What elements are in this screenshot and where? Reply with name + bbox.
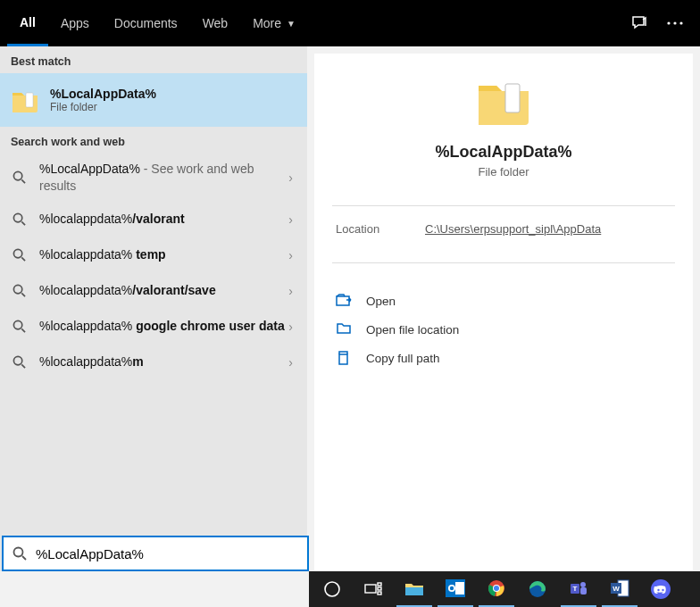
action-copy-path[interactable]: Copy full path — [336, 344, 671, 372]
taskbar-explorer[interactable] — [396, 571, 432, 607]
taskbar-discord[interactable] — [643, 571, 679, 607]
chevron-right-icon[interactable]: › — [285, 320, 296, 334]
action-open-location[interactable]: Open file location — [336, 315, 671, 344]
result-text: %localappdata% google chrome user data — [39, 318, 285, 335]
taskbar-teams[interactable]: T — [561, 571, 596, 607]
chevron-right-icon[interactable]: › — [285, 212, 296, 227]
preview-title: %LocalAppData% — [314, 143, 693, 162]
taskbar-word[interactable]: W — [602, 571, 638, 607]
search-icon — [11, 354, 27, 370]
folder-open-icon — [336, 322, 354, 337]
taskbar-cortana[interactable] — [314, 571, 350, 607]
result-text: %LocalAppData% - See work and web result… — [39, 161, 285, 195]
svg-point-7 — [13, 286, 21, 294]
copy-icon — [336, 351, 354, 365]
preview-subtitle: File folder — [314, 165, 693, 179]
svg-point-6 — [13, 250, 21, 258]
taskbar: T W — [309, 571, 700, 607]
search-icon — [11, 283, 27, 299]
svg-point-25 — [494, 586, 499, 591]
result-text: %localappdata%/valorant — [39, 211, 285, 228]
svg-rect-3 — [26, 93, 33, 107]
search-result[interactable]: %localappdata%/valorant› — [0, 202, 307, 237]
result-text: %localappdata% temp — [39, 246, 285, 263]
taskbar-task-view[interactable] — [355, 571, 391, 607]
location-label: Location — [336, 222, 425, 236]
chevron-right-icon[interactable]: › — [285, 248, 296, 262]
svg-text:W: W — [612, 585, 620, 593]
best-match-subtitle: File folder — [50, 101, 156, 113]
best-match-title: %LocalAppData% — [50, 87, 156, 101]
search-result[interactable]: %localappdata%/valorant/save› — [0, 273, 307, 309]
location-link[interactable]: C:\Users\erpsupport_sipl\AppData — [425, 222, 601, 236]
search-icon — [11, 212, 27, 228]
chevron-right-icon[interactable]: › — [285, 355, 296, 370]
action-open-location-label: Open file location — [366, 323, 459, 337]
chevron-down-icon: ▼ — [287, 19, 296, 29]
svg-rect-17 — [378, 587, 381, 590]
folder-icon — [475, 75, 532, 125]
tab-documents[interactable]: Documents — [102, 0, 190, 46]
chevron-right-icon[interactable]: › — [285, 170, 296, 185]
folder-icon — [11, 87, 39, 112]
svg-rect-30 — [580, 587, 587, 595]
search-result[interactable]: %LocalAppData% - See work and web result… — [0, 154, 307, 202]
svg-point-13 — [14, 548, 23, 557]
search-result[interactable]: %localappdata% temp› — [0, 237, 307, 273]
svg-point-22 — [450, 586, 454, 590]
tab-more[interactable]: More ▼ — [240, 0, 308, 46]
svg-point-5 — [13, 214, 21, 222]
action-open-label: Open — [366, 295, 396, 308]
search-result[interactable]: %localappdata%m› — [0, 345, 307, 380]
svg-text:T: T — [573, 585, 578, 593]
search-box[interactable] — [2, 536, 309, 571]
feedback-icon[interactable] — [621, 5, 657, 41]
preview-panel: %LocalAppData% File folder Location C:\U… — [314, 54, 693, 571]
section-search-work-web: Search work and web — [0, 127, 307, 154]
svg-rect-10 — [505, 84, 520, 112]
taskbar-chrome[interactable] — [479, 571, 514, 607]
search-result[interactable]: %localappdata% google chrome user data› — [0, 309, 307, 345]
svg-rect-15 — [365, 585, 376, 593]
tab-more-label: More — [253, 16, 281, 30]
svg-rect-20 — [455, 582, 464, 595]
search-icon — [11, 170, 27, 186]
svg-point-36 — [662, 589, 663, 591]
svg-point-9 — [13, 357, 21, 365]
results-panel: Best match %LocalAppData% File folder Se… — [0, 46, 307, 571]
svg-point-2 — [679, 21, 682, 24]
taskbar-outlook[interactable] — [438, 571, 473, 607]
svg-point-8 — [13, 321, 21, 329]
svg-point-29 — [580, 582, 586, 587]
section-best-match: Best match — [0, 46, 307, 73]
svg-rect-11 — [337, 296, 349, 305]
tab-all[interactable]: All — [7, 0, 48, 46]
result-text: %localappdata%/valorant/save — [39, 282, 285, 299]
tab-web[interactable]: Web — [190, 0, 241, 46]
svg-point-0 — [667, 21, 670, 24]
more-options-icon[interactable] — [657, 5, 693, 41]
svg-point-4 — [13, 172, 21, 180]
tab-apps[interactable]: Apps — [48, 0, 102, 46]
search-filter-tabs: All Apps Documents Web More ▼ — [0, 0, 700, 46]
open-icon — [336, 294, 354, 308]
svg-point-35 — [657, 589, 659, 591]
search-icon — [4, 546, 36, 561]
best-match-result[interactable]: %LocalAppData% File folder — [0, 73, 307, 127]
search-icon — [11, 319, 27, 335]
svg-rect-18 — [378, 592, 381, 595]
svg-rect-16 — [378, 583, 381, 586]
action-open[interactable]: Open — [336, 287, 671, 315]
result-text: %localappdata%m — [39, 353, 285, 370]
svg-point-14 — [325, 582, 339, 596]
search-input[interactable] — [36, 537, 307, 570]
search-icon — [11, 247, 27, 263]
svg-point-1 — [673, 21, 676, 24]
svg-rect-12 — [339, 354, 347, 364]
action-copy-path-label: Copy full path — [366, 352, 440, 365]
chevron-right-icon[interactable]: › — [285, 284, 296, 298]
taskbar-edge[interactable] — [520, 571, 555, 607]
